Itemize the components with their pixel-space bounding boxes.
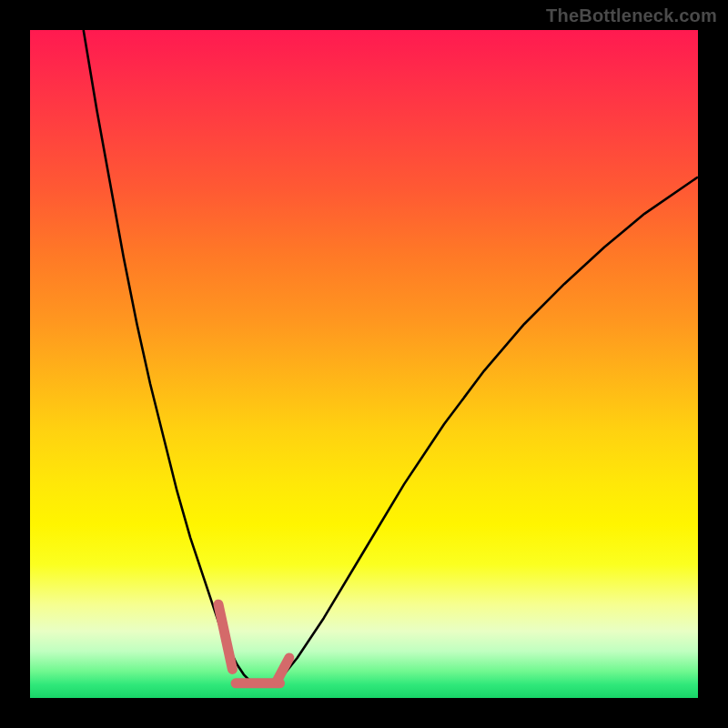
series-pink-marker-left: [218, 604, 232, 669]
chart-svg: [30, 30, 698, 698]
series-black-curve: [84, 30, 698, 684]
chart-frame: TheBottleneck.com: [0, 0, 728, 728]
series-pink-marker-right: [278, 658, 289, 681]
plot-area: [30, 30, 698, 698]
series-group: [84, 30, 698, 684]
attribution-text: TheBottleneck.com: [546, 5, 717, 26]
